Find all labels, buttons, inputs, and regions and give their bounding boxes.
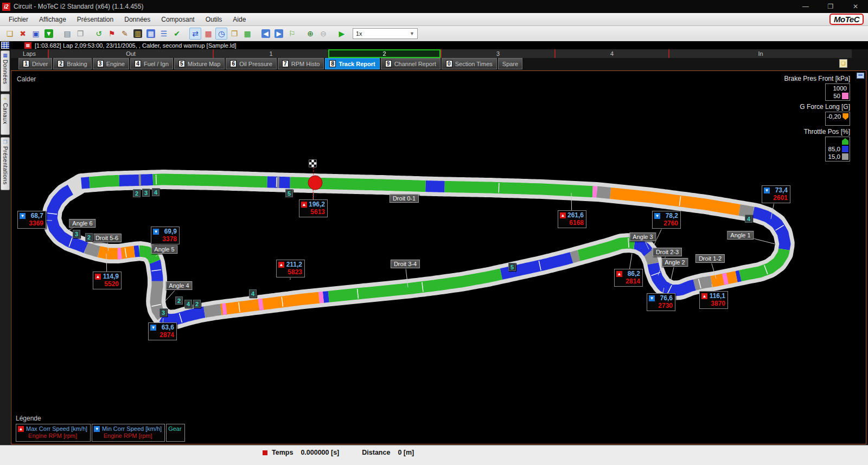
lap-cell-2[interactable]: 2	[328, 49, 441, 58]
new-window-icon[interactable]: ❐	[228, 28, 240, 40]
flags-icon[interactable]: ⚑	[106, 28, 118, 40]
datum-flag-icon[interactable]: ⚐	[286, 28, 298, 40]
tab-driver[interactable]: 1Driver	[18, 58, 52, 69]
channel-swatch-icon	[843, 113, 848, 120]
section-label-droit-2-3[interactable]: Droit 2-3	[653, 248, 682, 256]
data-grid-icon[interactable]	[1, 42, 9, 49]
close-log-icon[interactable]: ✖	[17, 28, 29, 40]
max-speed-label[interactable]: ▲86,22814	[614, 269, 643, 287]
track-segment	[119, 180, 153, 181]
section-label-angle-6[interactable]: Angle 6	[69, 219, 95, 228]
lap-cell-3[interactable]: 3	[441, 49, 554, 58]
section-label-angle-2[interactable]: Angle 2	[661, 258, 688, 267]
time-distance-icon[interactable]: ◷	[215, 28, 227, 40]
current-position-dot[interactable]	[308, 176, 322, 190]
lap-cell-1[interactable]: 1	[213, 49, 328, 58]
max-speed-label[interactable]: ▲196,25613	[299, 199, 328, 217]
gear-badge: 2	[175, 296, 183, 305]
print-preview-icon[interactable]: ❐	[74, 28, 86, 40]
close-button[interactable]: ✕	[843, 0, 868, 13]
gear-badge: 4	[184, 300, 192, 308]
play-icon[interactable]: ▶	[336, 28, 348, 40]
overlay-laps-icon[interactable]: ⇄	[189, 28, 201, 40]
minimize-button[interactable]: —	[793, 0, 818, 13]
menu-affichage[interactable]: Affichage	[34, 14, 72, 25]
gear-badge: 4	[745, 215, 752, 223]
track-segment	[205, 309, 221, 312]
max-speed-label[interactable]: ▲261,66168	[558, 210, 586, 228]
setup-check-icon[interactable]: ✔	[171, 28, 183, 40]
worksheet-menu-icon[interactable]: ❏	[839, 59, 847, 68]
track-segment	[571, 256, 579, 258]
edit-icon[interactable]: ✎	[119, 28, 131, 40]
details-icon[interactable]: ☰	[158, 28, 170, 40]
menu-présentation[interactable]: Présentation	[72, 14, 119, 25]
open-log-icon[interactable]: ❏	[4, 28, 16, 40]
save-icon[interactable]: ▣	[30, 28, 42, 40]
min-arrow-icon: ▼	[654, 213, 660, 219]
menu-outils[interactable]: Outils	[200, 14, 228, 25]
track-editor-icon[interactable]: ▦	[241, 28, 253, 40]
section-label-angle-4[interactable]: Angle 4	[165, 281, 192, 290]
motec-i2-window: i2 Circuit - MoTeC i2 Standard (x64) (1.…	[0, 0, 868, 465]
min-speed-label[interactable]: ▼69,93378	[151, 227, 180, 244]
tab-track-report[interactable]: 8Track Report	[325, 58, 379, 69]
max-speed-label[interactable]: ▲114,95520	[93, 272, 122, 289]
tab-rpm-histo[interactable]: 7RPM Histo	[278, 58, 324, 69]
section-label-droit-5-6[interactable]: Droit 5-6	[92, 234, 122, 242]
min-speed-label[interactable]: ▼63,62874	[148, 322, 177, 340]
min-speed-label[interactable]: ▼68,73369	[17, 211, 46, 229]
section-label-angle-1[interactable]: Angle 1	[727, 231, 754, 240]
maths-icon[interactable]: ▦	[145, 28, 157, 40]
playback-speed-select[interactable]: 1x▼	[353, 28, 418, 39]
track-overlay	[222, 309, 226, 309]
get-logged-data-icon[interactable]: ▼	[43, 28, 55, 40]
zoom-out-icon[interactable]: ⊖	[317, 28, 329, 40]
menu-données[interactable]: Données	[119, 14, 156, 25]
lap-cell-out[interactable]: Out	[48, 49, 213, 58]
lap-cell-4[interactable]: 4	[554, 49, 668, 58]
previous-lap-icon[interactable]: ◀	[260, 28, 272, 40]
next-lap-icon[interactable]: ▶	[273, 28, 285, 40]
channel-swatch-icon	[842, 138, 848, 145]
restore-button[interactable]: ❐	[818, 0, 843, 13]
tab-section-times[interactable]: 0Section Times	[442, 58, 497, 69]
max-speed-label[interactable]: ▲211,25823	[276, 260, 305, 277]
section-label-droit-0-1[interactable]: Droit 0-1	[390, 194, 419, 203]
panel-corner-icon[interactable]	[857, 73, 864, 79]
print-icon[interactable]: ▤	[61, 28, 73, 40]
max-speed-label[interactable]: ▲116,13870	[699, 291, 728, 309]
sidebar-tab-presentations[interactable]: ❐Présentations	[1, 137, 10, 190]
section-tick	[156, 175, 157, 184]
min-speed-label[interactable]: ▼73,42601	[762, 185, 790, 203]
menu-bar: FichierAffichagePrésentationDonnéesCompo…	[0, 13, 868, 26]
tab-oil-pressure[interactable]: 6Oil Pressure	[226, 58, 277, 69]
track-overlay	[259, 304, 263, 305]
tab-spare[interactable]: Spare	[498, 58, 522, 69]
section-label-droit-1-2[interactable]: Droit 1-2	[695, 254, 725, 263]
section-label-angle-3[interactable]: Angle 3	[629, 232, 656, 241]
tab-channel-report[interactable]: 9Channel Report	[381, 58, 441, 69]
sidebar-tab-canaux[interactable]: ≈Canaux	[1, 94, 10, 135]
sidebar-tab-donnees[interactable]: ▦Données	[1, 50, 10, 92]
min-speed-label[interactable]: ▼76,62730	[647, 293, 675, 311]
zoom-in-icon[interactable]: ⊕	[304, 28, 316, 40]
max-arrow-icon: ▲	[616, 271, 622, 277]
movie-icon[interactable]: ▥	[132, 28, 144, 40]
values-grid-icon[interactable]: ▦	[202, 28, 214, 40]
menu-fichier[interactable]: Fichier	[3, 14, 34, 25]
motec-logo: MoTeC	[829, 14, 864, 25]
log-file-icon: ▦	[24, 42, 31, 49]
min-speed-label[interactable]: ▼78,22760	[652, 211, 681, 229]
menu-composant[interactable]: Composant	[156, 14, 200, 25]
tab-braking[interactable]: 2Braking	[53, 58, 91, 69]
section-label-angle-5[interactable]: Angle 5	[151, 245, 177, 254]
section-label-droit-3-4[interactable]: Droit 3-4	[391, 260, 420, 268]
tab-mixture-map[interactable]: 5Mixture Map	[174, 58, 225, 69]
tab-engine[interactable]: 3Engine	[93, 58, 129, 69]
menu-aide[interactable]: Aide	[227, 14, 251, 25]
tab-fuel-ign[interactable]: 4Fuel / Ign	[130, 58, 173, 69]
undo-icon[interactable]: ↺	[93, 28, 105, 40]
track-segment	[319, 297, 323, 298]
lap-cell-in[interactable]: In	[668, 49, 852, 58]
